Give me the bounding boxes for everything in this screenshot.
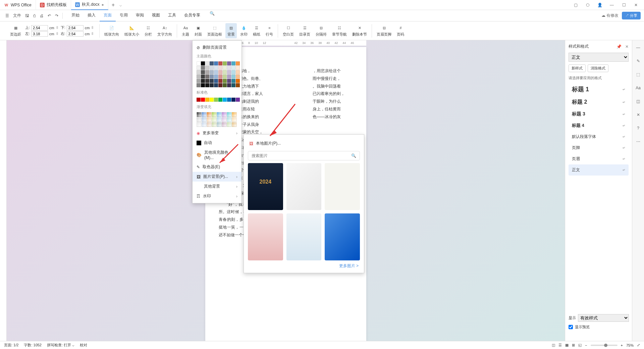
gradient-swatch[interactable] (212, 112, 216, 117)
color-swatch[interactable] (227, 83, 231, 87)
color-swatch[interactable] (227, 79, 231, 83)
color-swatch[interactable] (210, 83, 214, 87)
style-item[interactable]: 标题 2↵ (569, 96, 629, 108)
color-swatch[interactable] (205, 74, 209, 79)
tools-icon[interactable]: ✕ (634, 111, 642, 119)
paper-button[interactable]: ☰稿纸 (251, 23, 262, 38)
more-icon[interactable]: ⋯ (634, 138, 642, 146)
color-swatch[interactable] (201, 79, 205, 83)
color-swatch[interactable] (205, 79, 209, 83)
size-button[interactable]: 📐纸张大小 (122, 23, 141, 38)
bg-thumbnail-2024[interactable] (248, 163, 283, 210)
gradient-swatch[interactable] (197, 122, 201, 127)
cloud-status[interactable]: ☁ 有修改 (601, 13, 619, 18)
columns-button[interactable]: ☷分栏 (143, 23, 154, 38)
word-count[interactable]: 字数: 1052 (24, 343, 42, 348)
gradient-swatch[interactable] (212, 122, 216, 127)
color-swatch[interactable] (223, 98, 227, 102)
gradient-swatch[interactable] (197, 117, 201, 122)
color-swatch[interactable] (236, 79, 240, 83)
color-swatch[interactable] (205, 61, 209, 65)
navigation-button[interactable]: ☷章节导航 (330, 23, 349, 38)
close-button[interactable]: ✕ (632, 3, 640, 7)
menu-tab-reference[interactable]: 引用 (116, 10, 132, 21)
color-swatch[interactable] (223, 83, 227, 87)
color-swatch[interactable] (218, 66, 222, 70)
color-swatch[interactable] (231, 66, 235, 70)
zoom-out-button[interactable]: − (585, 343, 587, 347)
style-item[interactable]: 标题 4↵ (569, 120, 629, 131)
blank-page-button[interactable]: ☐空白页 (281, 23, 296, 38)
pin-icon[interactable]: 📌 (616, 44, 622, 49)
color-swatch[interactable] (210, 74, 214, 79)
preview-checkbox[interactable] (569, 325, 573, 329)
margin-right-input[interactable] (67, 31, 84, 37)
color-swatch[interactable] (197, 83, 201, 87)
color-swatch[interactable] (205, 98, 209, 102)
minimize-button[interactable]: — (608, 3, 616, 7)
orientation-button[interactable]: 📄纸张方向 (102, 23, 121, 38)
color-swatch[interactable] (236, 74, 240, 79)
color-swatch[interactable] (223, 79, 227, 83)
help-icon[interactable]: ? (634, 124, 642, 132)
color-swatch[interactable] (201, 61, 205, 65)
display-filter-select[interactable]: 有效样式 (578, 314, 629, 322)
color-swatch[interactable] (218, 61, 222, 65)
color-swatch[interactable] (201, 74, 205, 79)
color-swatch[interactable] (205, 70, 209, 74)
search-icon[interactable]: 🔍 (208, 10, 217, 21)
file-menu[interactable]: 文件 (11, 11, 23, 20)
gradient-swatch[interactable] (202, 117, 206, 122)
print-icon[interactable]: 🖨 (38, 12, 46, 19)
menu-tab-start[interactable]: 开始 (67, 10, 84, 21)
menu-tab-insert[interactable]: 插入 (84, 10, 100, 21)
menu-tab-page[interactable]: 页面 (100, 10, 116, 21)
zoom-level[interactable]: 75% (626, 343, 634, 347)
maximize-button[interactable]: ☐ (620, 3, 628, 7)
image-search-box[interactable]: 🔍 (248, 151, 360, 160)
select-icon[interactable]: ⬚ (634, 70, 642, 79)
color-swatch[interactable] (236, 61, 240, 65)
gradient-swatch[interactable] (222, 122, 226, 127)
margin-left-input[interactable] (31, 31, 48, 37)
background-button[interactable]: ▨背景 (225, 23, 237, 38)
gradient-swatch[interactable] (207, 112, 211, 117)
color-swatch[interactable] (205, 66, 209, 70)
image-search-input[interactable] (252, 153, 351, 158)
color-swatch[interactable] (201, 66, 205, 70)
gradient-swatch[interactable] (217, 112, 221, 117)
color-swatch[interactable] (201, 83, 205, 87)
margin-top-input[interactable] (31, 25, 48, 31)
color-swatch[interactable] (214, 70, 218, 74)
tab-dropdown-icon[interactable]: ⌵ (119, 3, 122, 7)
gradient-swatch[interactable] (202, 112, 206, 117)
color-swatch[interactable] (210, 70, 214, 74)
color-swatch[interactable] (218, 83, 222, 87)
layers-icon[interactable]: ◫ (634, 97, 642, 105)
gradient-swatch[interactable] (227, 122, 231, 127)
tab-add-button[interactable]: + (108, 2, 118, 8)
zoom-in-button[interactable]: + (621, 343, 623, 347)
theme-button[interactable]: Aa主题 (180, 23, 191, 38)
local-image-item[interactable]: 🖼 本地图片(P)... (248, 139, 360, 148)
print-preview-icon[interactable]: ⎙ (31, 12, 38, 19)
watermark-button[interactable]: 💧水印 (238, 23, 250, 38)
color-swatch[interactable] (197, 61, 201, 65)
hamburger-icon[interactable]: ☰ (3, 12, 11, 19)
zoom-slider[interactable] (591, 345, 618, 346)
color-swatch[interactable] (214, 79, 218, 83)
current-style-select[interactable]: 正文 (569, 53, 629, 62)
color-swatch[interactable] (214, 61, 218, 65)
view-mode-icon[interactable]: ▦ (565, 343, 569, 347)
color-swatch[interactable] (205, 83, 209, 87)
color-swatch[interactable] (210, 79, 214, 83)
color-swatch[interactable] (197, 74, 201, 79)
vertical-ruler[interactable] (0, 40, 7, 341)
tab-template[interactable]: D 找稻壳模板 (36, 0, 71, 10)
color-swatch[interactable] (214, 98, 218, 102)
margin-bottom-input[interactable] (67, 25, 84, 31)
color-swatch[interactable] (197, 70, 201, 74)
header-footer-button[interactable]: ⊟页眉页脚 (375, 23, 393, 38)
gradient-swatch[interactable] (227, 117, 231, 122)
pagebreak-button[interactable]: ⊟分隔符 (314, 23, 329, 38)
